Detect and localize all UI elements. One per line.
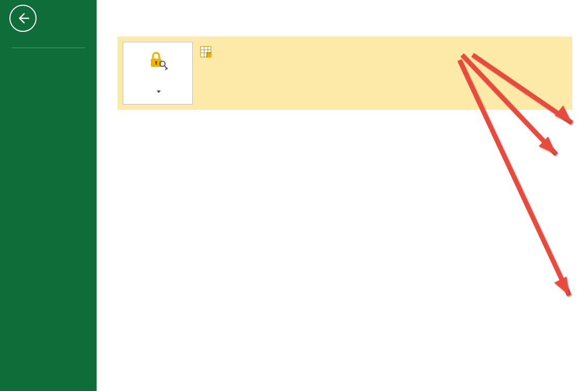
lock-key-icon bbox=[147, 49, 169, 71]
sheet-grid-icon bbox=[200, 46, 211, 58]
back-button[interactable] bbox=[9, 5, 37, 32]
svg-rect-11 bbox=[207, 53, 211, 58]
back-arrow-icon bbox=[16, 12, 30, 25]
backstage-sidebar bbox=[0, 0, 97, 391]
svg-marker-17 bbox=[552, 275, 572, 295]
svg-marker-15 bbox=[538, 135, 559, 154]
svg-rect-2 bbox=[156, 62, 157, 65]
protect-workbook-button[interactable] bbox=[123, 42, 193, 105]
sidebar-divider bbox=[11, 48, 85, 48]
svg-line-5 bbox=[166, 68, 167, 70]
main-area bbox=[97, 0, 588, 391]
dropdown-caret-icon bbox=[157, 90, 161, 93]
protect-workbook-panel bbox=[117, 37, 572, 110]
